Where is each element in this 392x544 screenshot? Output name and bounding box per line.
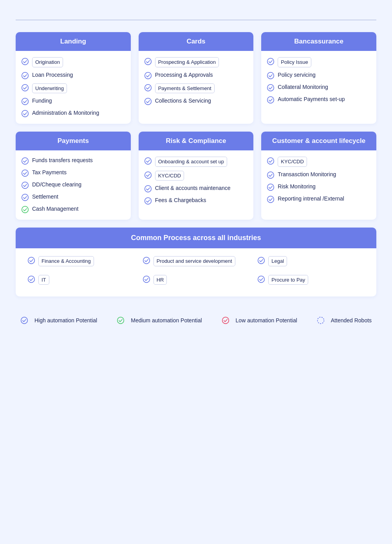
item-text: Collateral Monitoring — [278, 83, 328, 91]
section-card-bancassurance: Bancassurance Policy IssuePolicy servici… — [261, 32, 376, 124]
page-title — [16, 12, 376, 20]
common-process-body: Finance & AccountingProduct and service … — [16, 248, 376, 296]
item-text: Client & accounts maintenance — [155, 184, 231, 192]
common-process-header: Common Process across all industries — [16, 228, 376, 248]
blue-check-icon — [144, 185, 152, 193]
list-item: KYC/CDD — [267, 157, 371, 167]
list-item: Tax Payments — [21, 169, 125, 177]
section-card-landing: Landing OriginationLoan ProcessingUnderw… — [16, 32, 131, 124]
card-header-risk-compliance: Risk & Compliance — [139, 132, 254, 150]
card-body-bancassurance: Policy IssuePolicy servicingCollateral M… — [261, 51, 376, 110]
item-text: Automatic Payments set-up — [278, 96, 345, 103]
blue-check-icon — [267, 58, 275, 65]
item-text: Policy Issue — [278, 57, 311, 67]
card-body-landing: OriginationLoan ProcessingUnderwritingFu… — [16, 51, 131, 124]
card-body-customer-account: KYC/CDDTransasction MonitoringRisk Monit… — [261, 150, 376, 210]
item-text: Onboarding & account set up — [155, 157, 227, 167]
dashed-check-icon — [317, 316, 325, 324]
green-check-icon — [117, 316, 125, 324]
item-text: HR — [154, 275, 167, 285]
item-text: Collections & Servicing — [155, 97, 211, 105]
list-item: Prospecting & Application — [144, 57, 248, 67]
legend-item: Low automation Potential — [222, 316, 297, 324]
list-item: Administration & Monitoring — [21, 109, 125, 117]
blue-check-icon — [144, 197, 152, 205]
list-item: HR — [143, 275, 250, 285]
item-text: Finance & Accounting — [38, 256, 94, 266]
list-item: Client & accounts maintenance — [144, 184, 248, 193]
item-text: Underwriting — [32, 83, 67, 94]
list-item: Origination — [21, 57, 125, 67]
blue-check-icon — [21, 181, 29, 189]
blue-check-icon — [21, 169, 29, 177]
item-text: IT — [38, 275, 49, 285]
list-item: Fees & Chargebacks — [144, 197, 248, 205]
legend-item: High automation Potential — [20, 316, 97, 324]
item-text: Transasction Monitoring — [278, 171, 336, 178]
card-body-cards: Prospecting & ApplicationProcessing & Ap… — [139, 51, 254, 112]
blue-check-icon — [27, 257, 35, 264]
list-item: Legal — [257, 256, 365, 266]
legend-item: Attended Robots — [317, 316, 372, 324]
blue-check-icon — [257, 257, 265, 264]
item-text: Loan Processing — [32, 71, 73, 79]
item-text: Risk Monitoring — [278, 183, 315, 190]
section-card-cards: Cards Prospecting & ApplicationProcessin… — [139, 32, 254, 124]
card-body-payments: Funds transfers requestsTax PaymentsDD/C… — [16, 150, 131, 220]
blue-check-icon — [267, 195, 275, 203]
item-text: Tax Payments — [32, 169, 67, 176]
blue-check-icon — [21, 110, 29, 117]
blue-check-icon — [21, 58, 29, 65]
item-text: Cash Management — [32, 205, 78, 213]
bottom-row-grid: Payments Funds transfers requestsTax Pay… — [16, 132, 376, 220]
blue-check-icon — [143, 257, 150, 264]
list-item: Product and service development — [143, 256, 250, 266]
blue-check-icon — [21, 72, 29, 80]
blue-check-icon — [257, 275, 265, 283]
blue-check-icon — [267, 96, 275, 104]
section-card-payments: Payments Funds transfers requestsTax Pay… — [16, 132, 131, 220]
list-item: Policy Issue — [267, 57, 371, 67]
blue-check-icon — [267, 171, 275, 179]
list-item: Collateral Monitoring — [267, 83, 371, 92]
card-header-bancassurance: Bancassurance — [261, 32, 376, 51]
card-body-risk-compliance: Onboarding & account set upKYC/CDDClient… — [139, 150, 254, 211]
section-card-risk-compliance: Risk & Compliance Onboarding & account s… — [139, 132, 254, 220]
common-process-card: Common Process across all industries Fin… — [16, 228, 376, 296]
list-item: Finance & Accounting — [27, 256, 135, 266]
legend-label: Medium automation Potential — [131, 317, 202, 324]
list-item: Funding — [21, 97, 125, 105]
blue-check-icon — [20, 316, 28, 324]
blue-check-icon — [144, 84, 152, 92]
legend-label: High automation Potential — [34, 317, 97, 324]
top-row-grid: Landing OriginationLoan ProcessingUnderw… — [16, 32, 376, 124]
legend: High automation PotentialMedium automati… — [16, 304, 376, 328]
list-item: Policy servicing — [267, 71, 371, 80]
card-header-customer-account: Customer & account lifecycle — [261, 132, 376, 150]
green-check-icon — [21, 206, 29, 213]
blue-check-icon — [21, 193, 29, 201]
item-text: Settlement — [32, 193, 58, 201]
blue-check-icon — [144, 171, 152, 179]
blue-check-icon — [21, 84, 29, 92]
list-item: Processing & Approvals — [144, 71, 248, 80]
list-item: Automatic Payments set-up — [267, 96, 371, 104]
blue-check-icon — [267, 183, 275, 191]
item-text: Funds transfers requests — [32, 157, 93, 164]
list-item: Risk Monitoring — [267, 183, 371, 191]
legend-label: Low automation Potential — [236, 317, 297, 324]
card-header-payments: Payments — [16, 132, 131, 150]
blue-check-icon — [21, 98, 29, 105]
blue-check-icon — [144, 157, 152, 165]
item-text: Procure to Pay — [268, 275, 308, 285]
item-text: Funding — [32, 97, 52, 105]
list-item: Loan Processing — [21, 71, 125, 80]
list-item: DD/Cheque clearing — [21, 181, 125, 189]
blue-check-icon — [144, 58, 152, 65]
list-item: IT — [27, 275, 135, 285]
item-text: Processing & Approvals — [155, 71, 213, 79]
item-text: KYC/CDD — [278, 157, 307, 167]
item-text: Product and service development — [154, 256, 235, 266]
item-text: Payments & Settlement — [155, 83, 215, 94]
item-text: KYC/CDD — [155, 171, 184, 181]
